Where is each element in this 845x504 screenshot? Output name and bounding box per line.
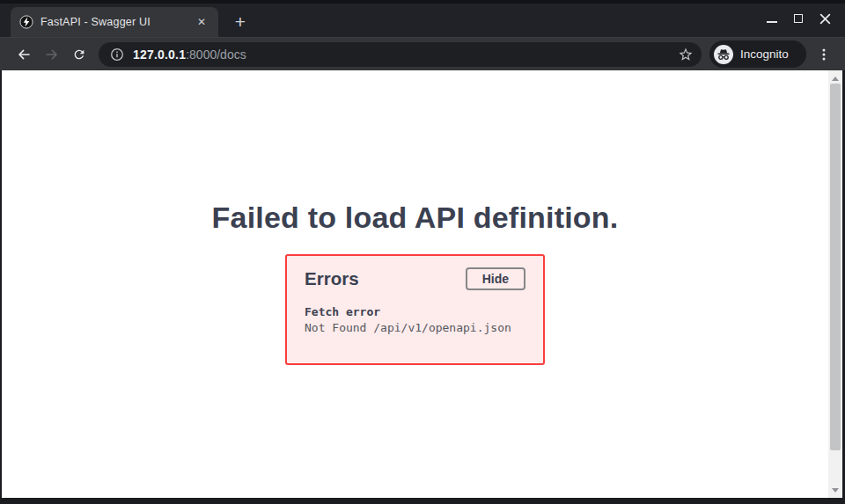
reload-icon <box>72 47 86 62</box>
incognito-badge: Incognito <box>709 40 806 68</box>
minimize-button[interactable] <box>759 5 785 32</box>
url-host: 127.0.0.1 <box>133 47 186 62</box>
error-message: Not Found /api/v1/openapi.json <box>305 321 525 334</box>
new-tab-button[interactable]: + <box>228 10 253 34</box>
browser-toolbar: 127.0.0.1:8000/docs Incognito <box>0 37 845 70</box>
browser-menu-button[interactable] <box>813 44 834 65</box>
titlebar[interactable]: FastAPI - Swagger UI ✕ + <box>0 0 845 37</box>
page-content: Failed to load API definition. Errors Hi… <box>2 70 828 498</box>
scroll-up-button[interactable] <box>828 72 842 84</box>
tab-title: FastAPI - Swagger UI <box>40 16 188 28</box>
errors-title: Errors <box>305 268 359 289</box>
url-path: :8000/docs <box>186 47 246 62</box>
fastapi-favicon-icon <box>19 15 33 29</box>
menu-dots-icon <box>817 47 831 62</box>
minimize-icon <box>767 21 777 23</box>
tab-close-icon[interactable]: ✕ <box>194 14 209 30</box>
page-title: Failed to load API definition. <box>2 201 828 235</box>
incognito-icon <box>714 45 733 64</box>
reload-button[interactable] <box>69 44 90 65</box>
scroll-down-button[interactable] <box>828 484 842 496</box>
hide-errors-button[interactable]: Hide <box>466 267 525 290</box>
error-type: Fetch error <box>305 305 525 318</box>
scroll-up-icon <box>832 77 839 81</box>
browser-tab[interactable]: FastAPI - Swagger UI ✕ <box>11 7 218 37</box>
errors-header: Errors Hide <box>305 267 525 291</box>
back-button[interactable] <box>13 44 34 65</box>
error-item: Fetch error Not Found /api/v1/openapi.js… <box>305 305 525 334</box>
scroll-down-icon <box>832 488 839 493</box>
maximize-icon <box>794 14 803 23</box>
maximize-button[interactable] <box>785 5 812 32</box>
scrollbar-thumb[interactable] <box>830 84 841 450</box>
bookmark-star-icon[interactable] <box>678 47 694 62</box>
forward-arrow-icon <box>45 47 59 62</box>
vertical-scrollbar[interactable] <box>828 70 842 498</box>
incognito-label: Incognito <box>740 47 789 61</box>
url-text: 127.0.0.1:8000/docs <box>133 47 678 62</box>
close-icon <box>819 13 831 25</box>
browser-window: FastAPI - Swagger UI ✕ + <box>0 0 845 504</box>
back-arrow-icon <box>17 47 31 62</box>
forward-button[interactable] <box>41 44 62 65</box>
close-window-button[interactable] <box>812 5 838 32</box>
address-bar[interactable]: 127.0.0.1:8000/docs <box>99 42 702 67</box>
window-controls <box>759 0 838 37</box>
errors-panel: Errors Hide Fetch error Not Found /api/v… <box>285 254 545 365</box>
page-info-icon[interactable] <box>110 47 124 62</box>
